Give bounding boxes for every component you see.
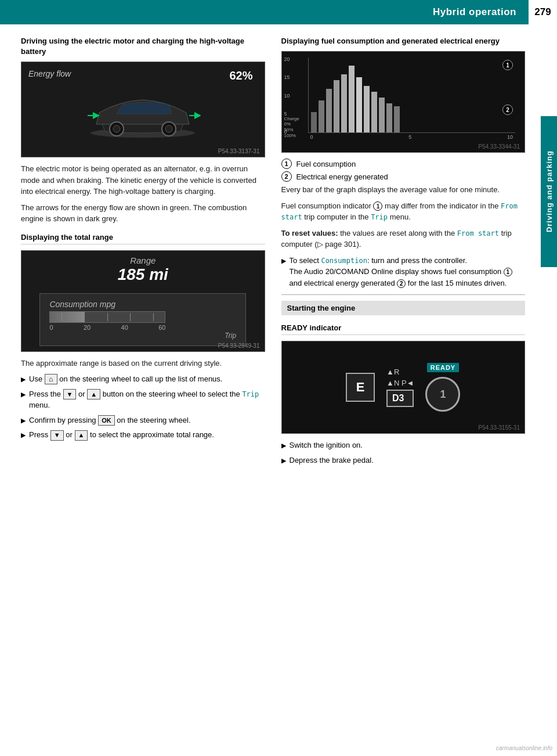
ready-badge-area: READY 1 bbox=[425, 363, 460, 412]
bullet-arrow-5: ▶ bbox=[281, 256, 286, 266]
trip-label-2: Trip bbox=[371, 213, 388, 221]
svg-point-4 bbox=[165, 125, 172, 132]
section1-desc2: The arrows for the energy flow are shown… bbox=[21, 202, 265, 225]
fuel-desc2: Fuel consumption indicator 1 may differ … bbox=[281, 200, 526, 223]
callout-text-1: Fuel consumption bbox=[296, 160, 356, 168]
range-image: Range 185 mi Consumption mpg bbox=[21, 250, 265, 352]
up-button-1: ▲ bbox=[87, 389, 100, 399]
energy-percent: 62% bbox=[229, 69, 252, 82]
down-button-1: ▼ bbox=[63, 389, 77, 399]
range-image-ref: P54.33-2849-31 bbox=[218, 343, 260, 349]
ready-bullet-2: ▶ Depress the brake pedal. bbox=[281, 455, 526, 466]
range-desc: The approximate range is based on the cu… bbox=[21, 358, 265, 369]
ready-badge: READY bbox=[427, 363, 460, 372]
chart-bar bbox=[356, 77, 362, 132]
ready-image: E ▲R ▲N P◄ D3 READY 1 bbox=[281, 341, 526, 434]
ok-button-inline: OK bbox=[98, 415, 115, 426]
home-button-inline: ⌂ bbox=[45, 374, 57, 384]
bullet-arrow-4: ▶ bbox=[21, 430, 26, 440]
callout-num-1: 1 bbox=[281, 159, 292, 169]
bullet-item-4: ▶ Press ▼ or ▲ to select the approximate… bbox=[21, 429, 265, 441]
chart-bar bbox=[326, 89, 332, 132]
bullet-arrow-6: ▶ bbox=[281, 441, 286, 451]
car-silhouette bbox=[85, 89, 201, 142]
two-column-layout: Driving using the electric motor and cha… bbox=[21, 36, 525, 469]
callout-num-2: 2 bbox=[281, 171, 292, 182]
bullet-arrow-7: ▶ bbox=[281, 456, 286, 466]
callout-item-2: 2 Electrical energy generated bbox=[281, 171, 526, 182]
chart-x-labels: 0 5 10 bbox=[308, 134, 516, 140]
chart-bar bbox=[311, 112, 317, 132]
ready-left-panel: E bbox=[346, 373, 375, 402]
callout-text-2: Electrical energy generated bbox=[296, 172, 388, 181]
fuel-chart-image: 20 15 10 5 0 1 2 bbox=[281, 51, 526, 153]
fuel-image-ref: P54.33-3344-31 bbox=[478, 143, 520, 150]
gauge-labels: 0 20 40 60 bbox=[49, 324, 165, 331]
section1-title: Driving using the electric motor and cha… bbox=[21, 36, 265, 57]
ready-e-box: E bbox=[346, 373, 375, 402]
d3-label: D3 bbox=[386, 390, 414, 407]
fuel-section-title: Displaying fuel consumption and generate… bbox=[281, 36, 526, 46]
ready-bullet-1: ▶ Switch the ignition on. bbox=[281, 440, 526, 451]
page-number: 279 bbox=[534, 6, 551, 18]
consumption-label: Consumption mpg bbox=[49, 300, 115, 309]
bullet-arrow-3: ▶ bbox=[21, 416, 26, 426]
inline-callout-1b: 1 bbox=[504, 268, 512, 276]
consumption-bullet: ▶ To select Consumption: turn and press … bbox=[281, 255, 526, 289]
section-title: Hybrid operation bbox=[433, 6, 516, 18]
energy-image-ref: P54.33-3137-31 bbox=[218, 148, 260, 154]
bullet-item-2: ▶ Press the ▼ or ▲ button on the steerin… bbox=[21, 388, 265, 411]
ready-indicator-title: READY indicator bbox=[281, 323, 526, 335]
reset-text: To reset values: the values are reset al… bbox=[281, 228, 526, 250]
from-start-label-2: From start bbox=[457, 229, 499, 237]
energy-flow-image: Energy flow 62% bbox=[21, 62, 265, 157]
chart-bar bbox=[379, 98, 385, 132]
range-label: Range bbox=[130, 255, 155, 265]
chart-bar bbox=[386, 103, 392, 132]
ready-bullet-2-text: Depress the brake pedal. bbox=[290, 455, 374, 466]
down-button-2: ▼ bbox=[50, 430, 64, 441]
consumption-label-2: Consumption bbox=[321, 257, 367, 265]
starting-engine-header: Starting the engine bbox=[281, 301, 526, 315]
inline-callout-1: 1 bbox=[373, 201, 382, 211]
chart-bar bbox=[334, 80, 339, 132]
ready-bullet-1-text: Switch the ignition on. bbox=[290, 440, 363, 451]
right-tab: Driving and parking bbox=[541, 116, 557, 267]
from-start-label-1: From start bbox=[281, 202, 518, 222]
bullet-item-1: ▶ Use ⌂ on the steering wheel to call up… bbox=[21, 373, 265, 385]
ready-dial: 1 bbox=[425, 377, 460, 412]
bullet-arrow-1: ▶ bbox=[21, 375, 26, 384]
header-teal: Hybrid operation bbox=[0, 0, 527, 24]
chart-bar bbox=[394, 106, 400, 132]
gauge-bar bbox=[49, 311, 165, 323]
ready-image-ref: P54.33-3155-31 bbox=[478, 424, 520, 431]
inline-callout-2b: 2 bbox=[397, 279, 406, 288]
dial-1-label: 1 bbox=[440, 388, 446, 401]
chart-callout-2: 2 bbox=[502, 105, 513, 115]
header-bar: Hybrid operation 279 bbox=[0, 0, 557, 24]
up-button-2: ▲ bbox=[75, 430, 88, 441]
np-label: ▲N P◄ bbox=[386, 379, 414, 387]
chart-bar bbox=[341, 74, 347, 132]
chart-bar bbox=[319, 100, 324, 132]
chart-bar bbox=[371, 92, 377, 132]
r-label: ▲R bbox=[386, 368, 414, 376]
range-value: 185 mi bbox=[118, 265, 168, 284]
energy-flow-label: Energy flow bbox=[28, 69, 71, 78]
page-number-box: 279 bbox=[527, 0, 557, 24]
left-column: Driving using the electric motor and cha… bbox=[21, 36, 265, 469]
ready-labels: ▲R ▲N P◄ D3 bbox=[386, 368, 414, 407]
right-column: Displaying fuel consumption and generate… bbox=[281, 36, 526, 469]
section2-title: Displaying the total range bbox=[21, 233, 265, 244]
watermark: carmanualsonline.info bbox=[496, 745, 552, 751]
fuel-desc1: Every bar of the graph displays the aver… bbox=[281, 184, 526, 196]
callout-item-1: 1 Fuel consumption bbox=[281, 159, 526, 169]
chart-callout-1: 1 bbox=[502, 60, 513, 70]
chart-bar bbox=[349, 66, 355, 132]
trip-menu-label: Trip bbox=[242, 390, 259, 398]
section1-desc1: The electric motor is being operated as … bbox=[21, 163, 265, 197]
chart-charge-label: Charge 0% 50% 100% bbox=[284, 116, 299, 138]
reset-bold-label: To reset values: bbox=[281, 229, 338, 237]
tab-label: Driving and parking bbox=[545, 150, 554, 232]
bullet-arrow-2: ▶ bbox=[21, 390, 26, 399]
